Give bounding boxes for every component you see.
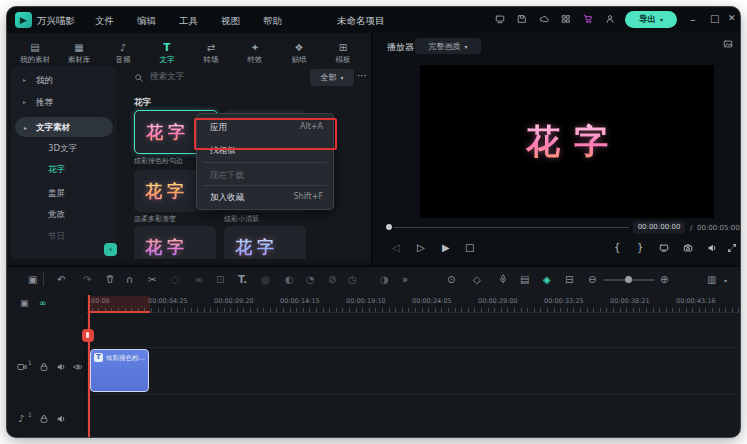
category-sidebar: ▸我的 ▸推荐 ▸ 文字素材 3D文字 花字 盖屏 党政 节日 ‹ bbox=[11, 65, 117, 259]
zoom-slider-handle[interactable] bbox=[625, 276, 632, 283]
tab-stock-library[interactable]: ▦素材库 bbox=[57, 36, 101, 65]
close-button[interactable]: ✕ bbox=[728, 14, 736, 23]
account-icon[interactable] bbox=[605, 14, 615, 24]
collapse-sidebar-button[interactable]: ‹ bbox=[104, 243, 117, 256]
maximize-button[interactable]: □ bbox=[710, 14, 719, 24]
prev-frame-icon[interactable]: ◁ bbox=[392, 242, 400, 253]
audio-lock-icon[interactable] bbox=[39, 414, 49, 424]
redo-icon[interactable]: ↷ bbox=[83, 274, 91, 285]
seek-bar[interactable] bbox=[393, 227, 629, 228]
export-chevron-icon[interactable]: ▾ bbox=[660, 16, 663, 23]
motion-track-icon[interactable]: ◎ bbox=[261, 274, 270, 285]
seek-handle[interactable] bbox=[386, 224, 392, 230]
play-icon[interactable]: ▶ bbox=[442, 242, 450, 253]
save-project-icon[interactable] bbox=[517, 14, 527, 24]
text-edit-icon[interactable]: T. bbox=[238, 274, 247, 285]
clip-range-highlight bbox=[88, 296, 150, 313]
tab-templates[interactable]: ⊞模板 bbox=[321, 36, 365, 65]
mark-in-icon[interactable]: { bbox=[614, 242, 620, 253]
search-input[interactable] bbox=[148, 70, 292, 82]
keyframe-icon[interactable]: ◈ bbox=[543, 274, 551, 285]
menu-file[interactable]: 文件 bbox=[95, 15, 114, 28]
menu-view[interactable]: 视图 bbox=[221, 15, 240, 28]
caret-right-icon: ▸ bbox=[23, 98, 26, 105]
record-icon[interactable]: ⊙ bbox=[447, 274, 455, 285]
speed-icon[interactable]: ◔ bbox=[306, 274, 315, 285]
fancy-text-card[interactable]: 花字 bbox=[134, 226, 216, 259]
audio-track-icon: ♪ bbox=[18, 413, 24, 424]
app-window: ▶ 万兴喵影 文件 编辑 工具 视图 帮助 未命名项目 导出 ▾ – □ ✕ ▤… bbox=[7, 7, 740, 437]
picture-in-preview-icon[interactable] bbox=[723, 39, 733, 49]
grid-apps-icon[interactable] bbox=[561, 14, 571, 24]
crop-icon[interactable]: ⊡ bbox=[216, 274, 224, 285]
undo-icon[interactable]: ↶ bbox=[57, 274, 65, 285]
fullscreen-icon[interactable] bbox=[727, 243, 737, 253]
track-list-caret-icon[interactable]: ▾ bbox=[724, 277, 727, 284]
link-tracks-icon[interactable]: ∞ bbox=[39, 298, 47, 308]
manage-tracks-icon[interactable]: ▣ bbox=[28, 274, 37, 285]
sidebar-sublabel: 节日 bbox=[48, 231, 65, 243]
mask-icon[interactable]: ◑ bbox=[380, 274, 389, 285]
mark-out-icon[interactable]: } bbox=[637, 242, 643, 253]
split-icon[interactable]: ✂ bbox=[148, 274, 156, 285]
menu-help[interactable]: 帮助 bbox=[263, 15, 282, 28]
fancy-text-card[interactable]: 花字 bbox=[224, 226, 306, 259]
tab-text[interactable]: T文字 bbox=[145, 36, 189, 65]
timeline-ruler[interactable]: 00:00 00:00:04:25 00:00:09:20 00:00:14:1… bbox=[85, 295, 740, 313]
step-forward-icon[interactable]: ▷ bbox=[417, 242, 425, 253]
sidebar-sublabel: 3D文字 bbox=[48, 143, 77, 155]
quality-label: 完整画质 bbox=[428, 41, 460, 52]
menu-item-add-favorite[interactable]: 加入收藏 Shift+F bbox=[197, 187, 333, 207]
stop-icon[interactable]: □ bbox=[465, 242, 474, 253]
tab-transitions[interactable]: ⇄转场 bbox=[189, 36, 233, 65]
mixer-icon[interactable]: ▤ bbox=[520, 274, 529, 285]
audio-mute-icon[interactable] bbox=[56, 414, 66, 424]
render-preview-icon[interactable]: ⊘ bbox=[328, 274, 336, 285]
media-panel: 全部 ▾ ⋯ 花字 花字 炫彩撞色粉勾边 花字 温柔多彩渐变 炫彩小清新 花字 … bbox=[119, 63, 369, 259]
video-mute-icon[interactable] bbox=[56, 362, 66, 372]
cloud-icon[interactable] bbox=[539, 14, 549, 24]
video-visibility-eye-icon[interactable] bbox=[73, 362, 83, 372]
display-mode-icon[interactable] bbox=[659, 243, 669, 253]
sidebar-item-text-materials[interactable]: ▸ 文字素材 bbox=[15, 117, 113, 137]
snapshot-camera-icon[interactable] bbox=[683, 243, 693, 253]
templates-icon: ⊞ bbox=[339, 42, 347, 53]
tab-effects[interactable]: ✦特效 bbox=[233, 36, 277, 65]
duplicate-track-icon[interactable]: ▣ bbox=[20, 298, 29, 308]
device-icon[interactable] bbox=[495, 14, 505, 24]
tab-audio[interactable]: ♪音频 bbox=[101, 36, 145, 65]
more-tools-icon[interactable]: » bbox=[402, 274, 408, 285]
filter-dropdown[interactable]: 全部 ▾ bbox=[310, 69, 354, 86]
volume-icon[interactable] bbox=[707, 243, 717, 253]
zoom-out-icon[interactable]: ⊖ bbox=[588, 274, 596, 285]
ruler-label: 00:00:38:21 bbox=[610, 297, 650, 305]
menu-tools[interactable]: 工具 bbox=[179, 15, 198, 28]
quality-dropdown[interactable]: 完整画质 ▾ bbox=[415, 38, 481, 54]
playhead-line[interactable] bbox=[88, 295, 90, 437]
tab-my-media[interactable]: ▤我的素材 bbox=[13, 36, 57, 65]
menu-edit[interactable]: 编辑 bbox=[137, 15, 156, 28]
voiceover-mic-icon[interactable] bbox=[498, 274, 508, 284]
tab-stickers[interactable]: ❖贴纸 bbox=[277, 36, 321, 65]
ruler-label: 00:00:43:16 bbox=[676, 297, 716, 305]
magnet-icon[interactable]: ∩ bbox=[126, 274, 133, 285]
ripple-edit-icon[interactable]: ◌ bbox=[171, 274, 180, 285]
link-clips-icon[interactable]: ∞ bbox=[195, 274, 203, 285]
titlebar: ▶ 万兴喵影 文件 编辑 工具 视图 帮助 未命名项目 导出 ▾ – □ ✕ bbox=[7, 7, 740, 33]
minimize-button[interactable]: – bbox=[690, 14, 696, 25]
more-options-icon[interactable]: ⋯ bbox=[357, 70, 367, 81]
zoom-in-icon[interactable]: ⊕ bbox=[660, 274, 668, 285]
playhead-grip[interactable] bbox=[82, 329, 94, 342]
menu-item-apply[interactable]: 应用 Alt+A bbox=[197, 117, 333, 137]
chroma-key-icon[interactable]: ◐ bbox=[285, 274, 294, 285]
delete-icon[interactable] bbox=[105, 274, 115, 284]
track-list-icon[interactable]: ▥ bbox=[707, 274, 716, 285]
ruler-label: 00:00:04:25 bbox=[148, 297, 188, 305]
video-lock-icon[interactable] bbox=[39, 362, 49, 372]
timeline-text-clip[interactable]: T 炫彩撞色粉... bbox=[90, 349, 149, 392]
cart-icon[interactable] bbox=[583, 14, 593, 24]
export-button[interactable]: 导出 ▾ bbox=[625, 11, 677, 28]
marker-icon[interactable]: ⊟ bbox=[565, 274, 573, 285]
plugin-shield-icon[interactable]: ◇ bbox=[473, 274, 481, 285]
duration-clock-icon[interactable]: ◷ bbox=[348, 274, 357, 285]
